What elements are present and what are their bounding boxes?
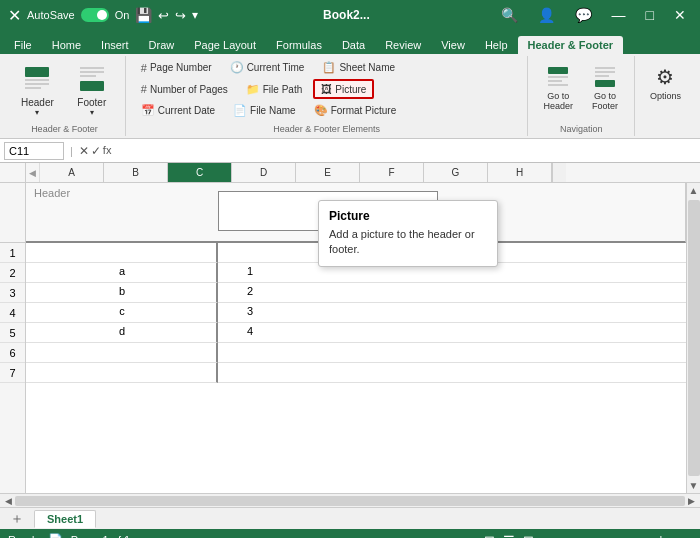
maximize-button[interactable]: □ <box>640 5 660 25</box>
cell-e6[interactable] <box>282 343 346 363</box>
file-name-button[interactable]: 📄 File Name <box>226 101 303 120</box>
view-page-break-icon[interactable]: ⊟ <box>523 533 534 539</box>
cell-h7[interactable] <box>474 363 538 383</box>
cell-f6[interactable] <box>346 343 410 363</box>
cell-a6[interactable] <box>26 343 90 363</box>
cell-c6[interactable] <box>154 343 218 363</box>
go-to-header-button[interactable]: Go toHeader <box>536 58 580 116</box>
current-time-button[interactable]: 🕐 Current Time <box>223 58 312 77</box>
cell-g5[interactable] <box>410 323 474 343</box>
comments-button[interactable]: 💬 <box>569 5 598 25</box>
col-header-d[interactable]: D <box>232 163 296 182</box>
scroll-thumb[interactable] <box>688 200 700 476</box>
cell-d5[interactable]: 4 <box>218 323 282 343</box>
share-button[interactable]: 👤 <box>532 5 561 25</box>
cell-e5[interactable] <box>282 323 346 343</box>
tab-insert[interactable]: Insert <box>91 36 139 54</box>
view-layout-icon[interactable]: ☰ <box>503 533 515 539</box>
add-sheet-button[interactable]: ＋ <box>4 510 30 528</box>
cell-f7[interactable] <box>346 363 410 383</box>
cell-f3[interactable] <box>346 283 410 303</box>
cell-b3[interactable]: b <box>90 283 154 303</box>
confirm-formula-icon[interactable]: ✓ <box>91 144 101 158</box>
scroll-left-button[interactable]: ◀ <box>2 496 15 506</box>
cell-c3[interactable] <box>154 283 218 303</box>
row-num-2[interactable]: 2 <box>0 263 25 283</box>
cell-c1[interactable] <box>154 243 218 263</box>
cell-b6[interactable] <box>90 343 154 363</box>
tab-review[interactable]: Review <box>375 36 431 54</box>
cell-e7[interactable] <box>282 363 346 383</box>
cell-e4[interactable] <box>282 303 346 323</box>
header-button[interactable]: Header ▾ <box>12 58 63 122</box>
tab-page-layout[interactable]: Page Layout <box>184 36 266 54</box>
close-button[interactable]: ✕ <box>668 5 692 25</box>
name-box[interactable]: C11 <box>4 142 64 160</box>
tab-data[interactable]: Data <box>332 36 375 54</box>
cell-c7[interactable] <box>154 363 218 383</box>
cell-d6[interactable] <box>218 343 282 363</box>
cell-a5[interactable] <box>26 323 90 343</box>
go-to-footer-button[interactable]: Go toFooter <box>584 58 626 116</box>
sheet-name-button[interactable]: 📋 Sheet Name <box>315 58 402 77</box>
row-num-6[interactable]: 6 <box>0 343 25 363</box>
cancel-formula-icon[interactable]: ✕ <box>79 144 89 158</box>
horizontal-scrollbar[interactable]: ◀ ▶ <box>0 493 700 507</box>
cell-b2[interactable]: a <box>90 263 154 283</box>
insert-function-icon[interactable]: fx <box>103 144 112 158</box>
scroll-down-button[interactable]: ▼ <box>687 478 700 493</box>
cell-d3[interactable]: 2 <box>218 283 282 303</box>
picture-button[interactable]: 🖼 Picture <box>313 79 374 99</box>
save-icon[interactable]: 💾 <box>135 7 152 23</box>
autosave-toggle[interactable] <box>81 8 109 22</box>
scroll-up-button[interactable]: ▲ <box>687 183 700 198</box>
col-header-a[interactable]: A <box>40 163 104 182</box>
cell-h4[interactable] <box>474 303 538 323</box>
row-num-4[interactable]: 4 <box>0 303 25 323</box>
current-date-button[interactable]: 📅 Current Date <box>134 101 222 120</box>
cell-c2[interactable] <box>154 263 218 283</box>
cell-e3[interactable] <box>282 283 346 303</box>
cell-d1[interactable] <box>218 243 282 263</box>
cell-a2[interactable] <box>26 263 90 283</box>
cell-a7[interactable] <box>26 363 90 383</box>
cell-f4[interactable] <box>346 303 410 323</box>
number-of-pages-button[interactable]: # Number of Pages <box>134 80 235 98</box>
scrollbar-top[interactable] <box>552 163 566 182</box>
cell-f5[interactable] <box>346 323 410 343</box>
cell-d4[interactable]: 3 <box>218 303 282 323</box>
options-button[interactable]: ⚙ Options <box>643 58 688 106</box>
cell-a1[interactable] <box>26 243 90 263</box>
tab-home[interactable]: Home <box>42 36 91 54</box>
cell-h3[interactable] <box>474 283 538 303</box>
cell-h5[interactable] <box>474 323 538 343</box>
col-header-e[interactable]: E <box>296 163 360 182</box>
col-header-g[interactable]: G <box>424 163 488 182</box>
col-header-f[interactable]: F <box>360 163 424 182</box>
cell-a4[interactable] <box>26 303 90 323</box>
row-num-1[interactable]: 1 <box>0 243 25 263</box>
cell-c5[interactable] <box>154 323 218 343</box>
zoom-slider[interactable]: — ●—————— <box>542 534 629 538</box>
cell-d2[interactable]: 1 <box>218 263 282 283</box>
file-path-button[interactable]: 📁 File Path <box>239 80 309 99</box>
scroll-right-button[interactable]: ▶ <box>685 496 698 506</box>
formula-input[interactable] <box>115 145 696 157</box>
tab-file[interactable]: File <box>4 36 42 54</box>
vertical-scrollbar[interactable]: ▲ ▼ <box>686 183 700 493</box>
footer-button[interactable]: Footer ▾ <box>67 58 117 122</box>
cell-b4[interactable]: c <box>90 303 154 323</box>
customize-icon[interactable]: ▾ <box>192 8 198 22</box>
row-num-3[interactable]: 3 <box>0 283 25 303</box>
cell-b5[interactable]: d <box>90 323 154 343</box>
cell-g7[interactable] <box>410 363 474 383</box>
undo-icon[interactable]: ↩ <box>158 8 169 23</box>
row-num-5[interactable]: 5 <box>0 323 25 343</box>
col-header-b[interactable]: B <box>104 163 168 182</box>
col-header-h[interactable]: H <box>488 163 552 182</box>
cell-g6[interactable] <box>410 343 474 363</box>
col-header-c[interactable]: C <box>168 163 232 182</box>
cell-c4[interactable] <box>154 303 218 323</box>
cell-h6[interactable] <box>474 343 538 363</box>
col-scroll-left[interactable]: ◀ <box>26 163 40 182</box>
